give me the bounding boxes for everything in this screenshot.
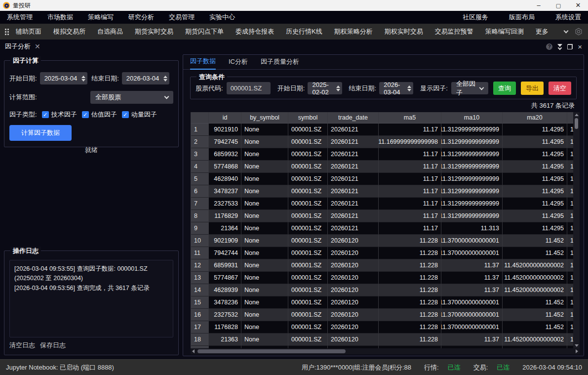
workspace-tab-4[interactable]: 期货闪点下单	[185, 27, 224, 36]
column-header-blank[interactable]	[191, 112, 209, 124]
menu-item-1[interactable]: 市场数据	[47, 13, 73, 21]
panel-tab-1[interactable]: IC分析	[229, 57, 248, 69]
settings-gear-icon[interactable]	[574, 27, 583, 36]
menu-right-item-0[interactable]: 社区服务	[463, 13, 488, 21]
scroll-down-icon[interactable]	[575, 344, 579, 347]
cell: None	[241, 124, 288, 136]
cell: 4628939	[209, 284, 241, 296]
cell: 9021910	[209, 124, 241, 136]
checkbox-factor-type-1[interactable]: ✓	[82, 111, 89, 118]
checkbox-factor-type-2[interactable]: ✓	[122, 111, 129, 118]
table-row[interactable]: 72327533None000001.SZ2026012111.1711.312…	[191, 198, 573, 210]
workspace-tab-5[interactable]: 委成持仓报表	[235, 27, 274, 36]
scroll-up-icon[interactable]	[575, 114, 579, 116]
restore-window-icon[interactable]	[567, 44, 573, 49]
column-header-ma10[interactable]: ma10	[441, 112, 503, 124]
table-row[interactable]: 81176829None000001.SZ2026012111.1711.312…	[191, 210, 573, 222]
panel-tab-0[interactable]: 因子数据	[190, 57, 216, 70]
scope-dropdown[interactable]: 全部股票	[90, 91, 173, 104]
column-header-symbol[interactable]: symbol	[288, 112, 328, 124]
calc-factor-button[interactable]: 计算因子数据	[9, 125, 72, 141]
query-end-date-input[interactable]: 2026-03-04	[379, 82, 413, 94]
panel-close-icon[interactable]: ×	[578, 43, 582, 50]
workspace-tab-1[interactable]: 模拟交易所	[53, 27, 85, 36]
menu-right-item-1[interactable]: 版面布局	[509, 13, 535, 21]
table-row[interactable]: 117942744None000001.SZ2026012011.22811.3…	[191, 247, 573, 259]
table-row[interactable]: 54628940None000001.SZ2026012111.1711.312…	[191, 173, 573, 185]
table-row[interactable]: 109021909None000001.SZ2026012011.22811.3…	[191, 235, 573, 247]
table-row[interactable]: 171176828None000001.SZ2026012011.22811.3…	[191, 321, 573, 333]
column-header-trade_date[interactable]: trade_date	[328, 112, 379, 124]
cell: 1176829	[209, 210, 241, 222]
scroll-left-icon[interactable]	[192, 349, 195, 353]
panel-dropdown-icon[interactable]	[557, 44, 562, 49]
menu-item-2[interactable]: 策略编写	[88, 13, 114, 21]
data-table[interactable]: idby_symbolsymboltrade_datema5ma10ma2019…	[191, 112, 573, 348]
checkbox-factor-type-0[interactable]: ✓	[42, 111, 49, 118]
minimize-button[interactable]: –	[529, 0, 549, 11]
table-row[interactable]: 135774867None000001.SZ2026012011.22811.3…	[191, 272, 573, 284]
table-row[interactable]: 27942745None000001.SZ2026012111.16999999…	[191, 136, 573, 148]
doc-tab-factor-analysis[interactable]: 因子分析 ✕	[5, 42, 40, 51]
workspace-tab-10[interactable]: 策略编写回测	[485, 27, 524, 36]
export-button[interactable]: 导出	[521, 82, 544, 95]
menu-item-0[interactable]: 系统管理	[7, 13, 33, 21]
menu-item-3[interactable]: 研究分析	[128, 13, 154, 21]
vscroll-thumb[interactable]	[575, 118, 578, 129]
query-button[interactable]: 查询	[493, 82, 516, 95]
cell: 11.312999999999999	[441, 173, 503, 185]
column-header-by_symbol[interactable]: by_symbol	[241, 112, 288, 124]
save-log-link[interactable]: 保存日志	[40, 341, 66, 350]
column-header-blank[interactable]	[567, 112, 573, 124]
query-start-date-input[interactable]: 2025-02-02	[308, 82, 342, 94]
table-row[interactable]: 162327532None000001.SZ2026012011.22811.3…	[191, 309, 573, 321]
drag-grip-icon[interactable]	[5, 29, 9, 35]
start-date-input[interactable]: 2025-03-04	[40, 72, 88, 84]
workspace-tab-7[interactable]: 期权策略分析	[334, 27, 373, 36]
date-spinner-icon[interactable]	[407, 85, 411, 91]
column-header-id[interactable]: id	[209, 112, 241, 124]
clear-log-link[interactable]: 清空日志	[9, 341, 35, 350]
column-header-ma5[interactable]: ma5	[379, 112, 441, 124]
column-header-ma20[interactable]: ma20	[503, 112, 567, 124]
cell: 21363	[209, 333, 241, 346]
table-row[interactable]: 153478236None000001.SZ2026012011.22811.3…	[191, 296, 573, 309]
vertical-scrollbar[interactable]	[573, 112, 580, 348]
scroll-right-icon[interactable]	[576, 349, 578, 353]
table-row[interactable]: 126859931None000001.SZ2026012011.22811.3…	[191, 259, 573, 272]
more-tabs-chevron-icon[interactable]	[563, 28, 568, 33]
workspace-tab-11[interactable]: 更多	[536, 27, 549, 36]
clear-button[interactable]: 清空	[549, 82, 571, 95]
doc-tab-close-icon[interactable]: ✕	[35, 43, 40, 50]
menu-item-5[interactable]: 实验中心	[209, 13, 235, 21]
maximize-button[interactable]: ▢	[549, 0, 568, 11]
end-date-input[interactable]: 2026-03-04	[122, 72, 170, 84]
help-icon[interactable]: ?	[546, 43, 552, 50]
table-row[interactable]: 144628939None000001.SZ2026012011.22811.3…	[191, 284, 573, 296]
hscroll-thumb[interactable]	[197, 349, 346, 353]
table-row[interactable]: 36859932None000001.SZ2026012111.1711.312…	[191, 148, 573, 161]
table-row[interactable]: 921364None000001.SZ2026012111.1711.31311…	[191, 222, 573, 235]
menu-item-4[interactable]: 交易管理	[169, 13, 195, 21]
workspace-tab-6[interactable]: 历史行情K线	[286, 27, 322, 36]
date-spinner-icon[interactable]	[81, 76, 85, 82]
workspace-tab-3[interactable]: 期货实时交易	[135, 27, 173, 36]
log-output[interactable]: [2026-03-04 09:53:55] 查询因子数据: 000001.SZ …	[9, 260, 173, 337]
horizontal-scrollbar[interactable]	[191, 348, 580, 354]
display-factor-dropdown[interactable]: 全部因子	[451, 82, 488, 94]
panel-tab-2[interactable]: 因子质量分析	[261, 57, 299, 69]
date-spinner-icon[interactable]	[163, 76, 167, 82]
table-row[interactable]: 63478237None000001.SZ2026012111.1711.312…	[191, 185, 573, 198]
workspace-tab-0[interactable]: 辅助页面	[16, 27, 41, 36]
cell: 1176828	[209, 321, 241, 333]
table-row[interactable]: 19021910None000001.SZ2026012111.1711.312…	[191, 124, 573, 136]
workspace-tab-2[interactable]: 自选商品	[97, 27, 123, 36]
menu-right-item-2[interactable]: 系统设置	[555, 13, 581, 21]
date-spinner-icon[interactable]	[336, 85, 340, 91]
table-row[interactable]: 1821363None000001.SZ2026012011.22811.371…	[191, 333, 573, 346]
symbol-input[interactable]: 000001.SZ	[227, 82, 271, 94]
close-button[interactable]: ✕	[568, 0, 588, 11]
workspace-tab-9[interactable]: 交易监控预警	[435, 27, 473, 36]
workspace-tab-8[interactable]: 期权实时交易	[385, 27, 423, 36]
table-row[interactable]: 45774868None000001.SZ2026012111.1711.312…	[191, 161, 573, 173]
